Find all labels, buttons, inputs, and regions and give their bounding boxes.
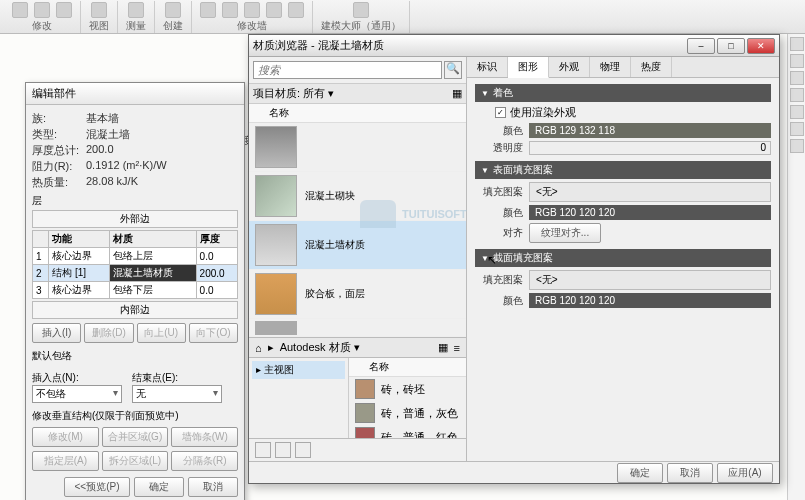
strip-icon[interactable]: [790, 139, 804, 153]
home-icon[interactable]: ⌂: [255, 342, 262, 354]
ribbon-icon[interactable]: [128, 2, 144, 18]
strip-icon[interactable]: [790, 105, 804, 119]
view-icon[interactable]: ▦: [452, 87, 462, 100]
titlebar-text: 材质浏览器 - 混凝土墙材质: [253, 38, 685, 53]
up-button[interactable]: 向上(U): [137, 323, 186, 343]
texture-align-button[interactable]: 纹理对齐...: [529, 223, 601, 243]
tab-graphics[interactable]: 图形: [508, 57, 549, 78]
cut-pattern-head[interactable]: 截面填充图案: [475, 249, 771, 267]
prop-value: 28.08 kJ/K: [86, 175, 238, 190]
exterior-label: 外部边: [32, 210, 238, 228]
library-material-list[interactable]: 名称 砖，砖坯 砖，普通，灰色 砖，普通，红色 砖，普通，褐色 砖，普通，红色 …: [349, 358, 466, 438]
delete-button[interactable]: 删除(D): [84, 323, 133, 343]
cancel-button[interactable]: 取消: [188, 477, 238, 497]
ribbon-icon[interactable]: [91, 2, 107, 18]
color-value[interactable]: RGB 129 132 118: [529, 123, 771, 138]
tab-appearance[interactable]: 外观: [549, 57, 590, 77]
fill-value[interactable]: <无>: [529, 182, 771, 202]
lib-thumb-icon: [355, 379, 375, 399]
material-item: 胶合板，面层: [249, 270, 466, 319]
prop-value: 混凝土墙: [86, 127, 238, 142]
prop-value: 0.1912 (m²·K)/W: [86, 159, 238, 174]
strip-icon[interactable]: [790, 122, 804, 136]
folder-icon[interactable]: [295, 442, 311, 458]
insert-point-combo[interactable]: 不包络: [32, 385, 122, 403]
preview-button[interactable]: <<预览(P): [64, 477, 130, 497]
material-item: [249, 319, 466, 337]
assign-button[interactable]: 指定层(A): [32, 451, 99, 471]
color-label: 颜色: [475, 124, 523, 138]
modify-button[interactable]: 修改(M): [32, 427, 99, 447]
ribbon-icon[interactable]: [288, 2, 304, 18]
merge-button[interactable]: 合并区域(G): [102, 427, 169, 447]
prop-label: 热质量:: [32, 175, 86, 190]
maximize-button[interactable]: □: [717, 38, 745, 54]
material-thumb-icon: [255, 273, 297, 315]
ribbon-group: 修改: [4, 1, 81, 33]
layers-label: 层: [32, 194, 238, 208]
surface-pattern-head[interactable]: 表面填充图案: [475, 161, 771, 179]
color-label: 颜色: [475, 294, 523, 308]
strip-icon[interactable]: [790, 71, 804, 85]
library-path-bar[interactable]: ⌂▸ Autodesk 材质 ▾ ▦≡: [249, 337, 466, 358]
material-thumb-icon: [255, 175, 297, 217]
tab-thermal[interactable]: 热度: [631, 57, 672, 77]
name-header: 名称: [349, 358, 466, 377]
new-material-icon[interactable]: [255, 442, 271, 458]
layers-table[interactable]: 功能材质厚度 1核心边界包络上层0.0 2结构 [1]混凝土墙材质200.0 3…: [32, 230, 238, 299]
split-button[interactable]: 拆分区域(L): [102, 451, 169, 471]
ribbon-icon[interactable]: [56, 2, 72, 18]
lib-thumb-icon: [355, 403, 375, 423]
ribbon-icon[interactable]: [200, 2, 216, 18]
material-right-panel: 标识 图形 外观 物理 热度 着色 ✓使用渲染外观 颜色RGB 129 132 …: [467, 57, 779, 461]
minimize-button[interactable]: –: [687, 38, 715, 54]
duplicate-icon[interactable]: [275, 442, 291, 458]
ribbon-icon[interactable]: [165, 2, 181, 18]
strip-icon[interactable]: [790, 54, 804, 68]
ok-button[interactable]: 确定: [134, 477, 184, 497]
close-button[interactable]: ✕: [747, 38, 775, 54]
ok-button[interactable]: 确定: [617, 463, 663, 483]
search-input[interactable]: [253, 61, 442, 79]
wrap-label: 默认包络: [32, 349, 238, 363]
project-material-list[interactable]: 混凝土砌块 混凝土墙材质 胶合板，面层: [249, 123, 466, 337]
apply-button[interactable]: 应用(A): [717, 463, 773, 483]
ribbon-icon[interactable]: [353, 2, 369, 18]
ribbon-bar: 修改 视图 测量 创建 修改墙 建模大师（通用）: [0, 0, 805, 34]
color-value[interactable]: RGB 120 120 120: [529, 205, 771, 220]
insert-button[interactable]: 插入(I): [32, 323, 81, 343]
material-browser-dialog: 材质浏览器 - 混凝土墙材质 – □ ✕ 🔍 项目材质: 所有 ▾▦ 名称 混凝…: [248, 34, 780, 484]
end-point-combo[interactable]: 无: [132, 385, 222, 403]
ribbon-icon[interactable]: [244, 2, 260, 18]
use-render-checkbox[interactable]: ✓: [495, 107, 506, 118]
down-button[interactable]: 向下(O): [189, 323, 238, 343]
strip-icon[interactable]: [790, 88, 804, 102]
tab-identity[interactable]: 标识: [467, 57, 508, 77]
transparency-slider[interactable]: 0: [529, 141, 771, 155]
project-filter[interactable]: 项目材质: 所有 ▾▦: [249, 83, 466, 104]
search-icon[interactable]: 🔍: [444, 61, 462, 79]
view-icon[interactable]: ▦: [438, 341, 448, 354]
reveal-button[interactable]: 分隔条(R): [171, 451, 238, 471]
list-icon[interactable]: ≡: [454, 342, 460, 354]
shading-section-head[interactable]: 着色: [475, 84, 771, 102]
modify-struct-label: 修改垂直结构(仅限于剖面预览中): [32, 409, 238, 423]
ribbon-icon[interactable]: [266, 2, 282, 18]
ribbon-icon[interactable]: [34, 2, 50, 18]
prop-label: 阻力(R):: [32, 159, 86, 174]
prop-value: 200.0: [86, 143, 238, 158]
ribbon-icon[interactable]: [222, 2, 238, 18]
fill-value[interactable]: <无>: [529, 270, 771, 290]
cancel-button[interactable]: 取消: [667, 463, 713, 483]
library-tree[interactable]: ▸ 主视图: [249, 358, 349, 438]
prop-label: 族:: [32, 111, 86, 126]
tab-physical[interactable]: 物理: [590, 57, 631, 77]
strip-icon[interactable]: [790, 37, 804, 51]
titlebar[interactable]: 材质浏览器 - 混凝土墙材质 – □ ✕: [249, 35, 779, 57]
tree-item[interactable]: ▸ 主视图: [252, 361, 345, 379]
sweep-button[interactable]: 墙饰条(W): [171, 427, 238, 447]
color-value[interactable]: RGB 120 120 120: [529, 293, 771, 308]
ribbon-icon[interactable]: [12, 2, 28, 18]
dialog-title: 编辑部件: [26, 83, 244, 105]
prop-value: 基本墙: [86, 111, 238, 126]
